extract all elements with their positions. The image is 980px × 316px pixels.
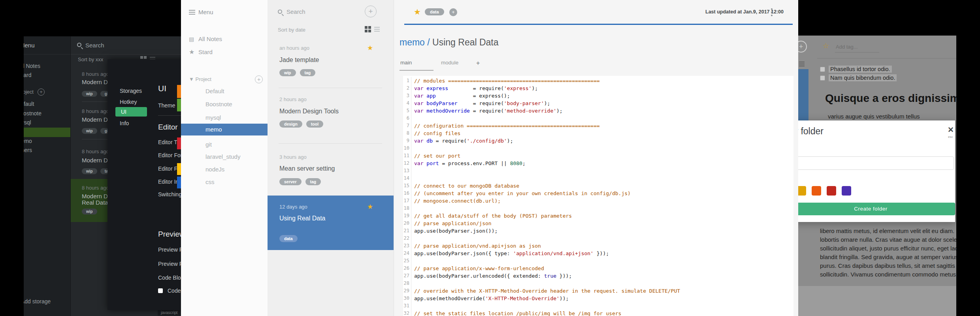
menu-label[interactable]: Menu (198, 9, 213, 15)
line-number: 26 (403, 265, 411, 272)
note-menu-button[interactable] (771, 8, 773, 17)
code-text: // override with the X-HTTP-Method-Overr… (414, 287, 680, 295)
paragraph-line: lobortis ornare nulla. Cras vitae augue … (820, 236, 970, 243)
close-icon[interactable]: ✕ (948, 125, 954, 134)
settings-nav-hotkey[interactable]: Hotkey (120, 99, 137, 105)
code-text: // connect to our mongoDB database (414, 182, 519, 190)
note-title[interactable]: Using Real Data (432, 37, 498, 47)
code-line: 22 (403, 235, 793, 242)
line-number: 27 (403, 272, 411, 280)
tag-pill: data (279, 235, 298, 242)
preview-heading: Quisque a eros dignissim (825, 92, 960, 105)
tab-module[interactable]: module (441, 60, 458, 66)
tab-main[interactable]: main (400, 60, 412, 66)
create-folder-button[interactable]: Create folder (786, 203, 955, 215)
line-number: 5 (403, 107, 411, 115)
sidebar-folder[interactable]: mysql (205, 114, 221, 121)
line-number: 7 (403, 122, 411, 130)
sidebar-item-starred[interactable]: Stard (198, 49, 213, 55)
code-line: 24app.use(bodyParser.json({ type: 'appli… (403, 250, 793, 257)
tag-pill: wip (82, 91, 97, 97)
checkbox-icon (820, 67, 825, 72)
breadcrumb-folder[interactable]: memo (400, 37, 425, 47)
star-icon: ★ (367, 203, 373, 211)
settings-theme-label[interactable]: Theme (158, 102, 175, 109)
app-root: Menu ▤All Notes★Stard ▼ Project + Defaul… (0, 0, 980, 316)
todo-label: Phasellus id tortor odio. (829, 66, 892, 73)
grid-view-icon[interactable] (365, 26, 371, 32)
star-icon: ★ (189, 48, 194, 56)
preview-divider (817, 58, 956, 58)
project-section-label[interactable]: ▼ Project (189, 76, 211, 82)
settings-nav-info[interactable]: Info (120, 120, 129, 126)
line-number: 9 (403, 137, 411, 145)
note-tags: servertag (279, 178, 325, 185)
code-line: 25 (403, 257, 793, 265)
add-tag-input: Add tag... (836, 44, 858, 50)
dark-add-folder-button[interactable]: + (38, 88, 45, 96)
note-title[interactable]: Jade template (279, 56, 319, 64)
folder-color-swatch[interactable] (842, 186, 851, 196)
line-number: 18 (403, 205, 411, 212)
sidebar-folder[interactable]: Default (205, 88, 224, 94)
tag-pill: wip (82, 168, 97, 174)
list-view-icon[interactable] (374, 27, 380, 32)
sidebar-folder[interactable]: css (205, 179, 215, 185)
search-input[interactable]: Search (286, 8, 305, 15)
code-language-label[interactable]: javascript (158, 310, 181, 316)
sidebar-item-all-notes[interactable]: All Notes (198, 36, 222, 42)
dark-sort-label[interactable]: Sort by xxx (78, 56, 103, 62)
line-number: 6 (403, 115, 411, 122)
settings-nav-ui[interactable]: UI (115, 107, 147, 117)
tag-pill: wip (82, 128, 97, 134)
note-time: 2 hours ago (279, 96, 307, 102)
code-text: // set the static files location /public… (414, 310, 621, 316)
add-folder-button[interactable]: + (255, 75, 263, 83)
new-note-button[interactable]: + (365, 6, 377, 17)
tag-pill: tool (306, 120, 323, 128)
note-time: 8 hours ago (82, 185, 109, 191)
folder-color-swatch[interactable] (827, 186, 836, 196)
new-tab-button[interactable]: + (476, 60, 480, 67)
note-breadcrumb-title: memo / Using Real Data (400, 37, 499, 48)
code-line: 4var bodyParser = require('body-parser')… (403, 100, 793, 107)
settings-nav-storages[interactable]: Storages (120, 88, 142, 94)
code-line: 15// connect to our mongoDB database (403, 182, 793, 190)
dark-search-placeholder: Search (85, 42, 104, 49)
note-title[interactable]: Mean server setting (279, 165, 335, 172)
sidebar-folder[interactable]: Boostnote (205, 101, 232, 107)
code-text: var methodOverride = require('method-ove… (414, 107, 563, 115)
code-text: app.use(bodyParser.urlencoded({ extended… (414, 272, 572, 280)
code-line: 27app.use(bodyParser.urlencoded({ extend… (403, 272, 793, 280)
add-tag-button[interactable]: + (449, 8, 457, 16)
line-number: 11 (403, 152, 411, 160)
note-title[interactable]: Real Data (82, 199, 108, 205)
code-editor[interactable]: 1// modules ============================… (403, 76, 793, 316)
sidebar-folder[interactable]: laravel_study (205, 153, 240, 160)
editor-panel: ★ data + Last updated at Jan.9, 2017 12:… (394, 0, 798, 316)
line-number: 23 (403, 242, 411, 250)
paragraph-line: sollicitudin. Vivamus condimentum commod… (820, 271, 965, 278)
sort-by-label[interactable]: Sort by date (278, 27, 305, 33)
line-number: 2 (403, 85, 411, 92)
sidebar-folder-selected[interactable]: memo (181, 124, 268, 135)
star-toggle-icon[interactable]: ★ (414, 7, 421, 17)
tag-pill: design (279, 120, 302, 128)
line-number: 8 (403, 130, 411, 137)
note-title[interactable]: Modern Design Tools (279, 108, 339, 115)
folder-color-swatch[interactable] (812, 186, 821, 196)
line-number: 24 (403, 250, 411, 257)
code-line: 19// get all data/stuff of the body (POS… (403, 212, 793, 220)
sidebar-folder[interactable]: nodeJs (205, 166, 224, 173)
line-number: 25 (403, 257, 411, 265)
code-line: 23// parse application/vnd.api+json as j… (403, 242, 793, 250)
folder-name-input[interactable] (786, 156, 954, 170)
code-text: // (uncomment after you enter in your ow… (414, 190, 631, 197)
sidebar-folder[interactable]: git (205, 141, 212, 148)
settings-editor-heading: Editor (158, 123, 178, 132)
note-tag-pill[interactable]: data (425, 8, 444, 15)
code-line: 32// set the static files location /publ… (403, 310, 793, 316)
line-number: 32 (403, 310, 411, 316)
code-block-checkbox[interactable] (158, 288, 163, 293)
note-item-selected[interactable]: 12 days ago★Using Real Datadata (268, 196, 394, 250)
